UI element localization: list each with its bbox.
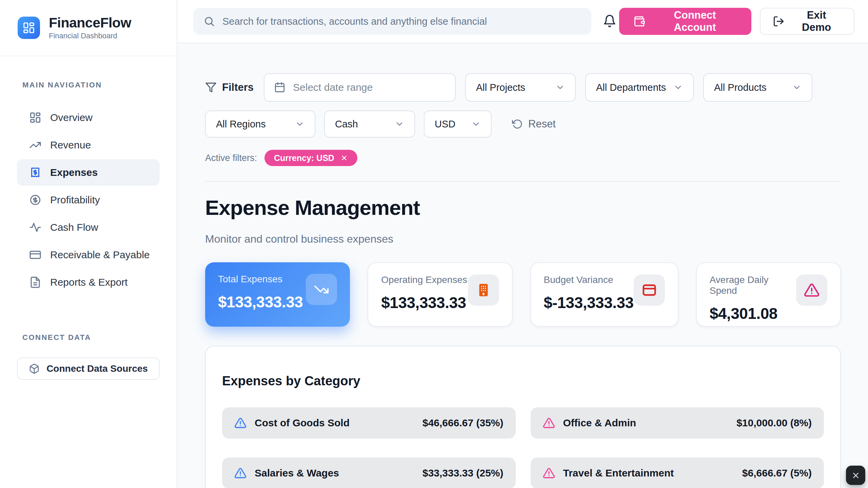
log-out-icon — [773, 15, 785, 27]
category-row-salaries-wages: Salaries & Wages $33,333.33 (25%) — [222, 458, 516, 488]
stat-label: Budget Variance — [544, 274, 634, 285]
category-value: $46,666.67 (35%) — [422, 417, 504, 429]
sidebar-item-label: Cash Flow — [50, 222, 98, 233]
close-icon — [851, 471, 860, 480]
app-root: FinanceFlow Financial Dashboard MAIN NAV… — [0, 0, 868, 488]
filters-row-2: All Regions Cash USD Reset — [205, 110, 841, 138]
chevron-down-icon — [471, 119, 481, 129]
stat-value: $4,301.08 — [710, 304, 796, 323]
accounting-basis-value: Cash — [335, 119, 358, 130]
sidebar-item-receivable-payable[interactable]: Receivable & Payable — [17, 242, 160, 268]
filters-row-1: Filters Select date range All Projects A… — [205, 73, 841, 102]
category-name: Travel & Entertainment — [563, 467, 674, 479]
products-select-value: All Products — [714, 82, 767, 93]
sidebar-item-cash-flow[interactable]: Cash Flow — [17, 214, 160, 241]
chevron-down-icon — [395, 119, 404, 129]
departments-select-value: All Departments — [596, 82, 666, 93]
departments-select[interactable]: All Departments — [585, 73, 694, 102]
stat-value: $-133,333.33 — [544, 293, 634, 312]
chevron-down-icon — [555, 83, 565, 92]
date-range-placeholder: Select date range — [293, 82, 373, 93]
credit-card-icon — [642, 282, 657, 298]
app-logo — [18, 17, 40, 39]
category-value: $33,333.33 (25%) — [422, 467, 504, 479]
credit-card-icon — [29, 249, 41, 261]
stat-card-operating-expenses[interactable]: Operating Expenses $133,333.33 — [368, 262, 512, 327]
stat-label: Total Expenses — [218, 274, 303, 285]
stat-card-text: Operating Expenses $133,333.33 — [381, 274, 467, 314]
date-range-input[interactable]: Select date range — [264, 73, 456, 102]
accounting-basis-select[interactable]: Cash — [324, 110, 415, 138]
products-select[interactable]: All Products — [703, 73, 812, 102]
category-value: $6,666.67 (5%) — [742, 467, 812, 479]
reset-filters-button[interactable]: Reset — [510, 118, 558, 130]
funnel-icon — [205, 82, 217, 93]
regions-select-value: All Regions — [216, 119, 266, 130]
category-name: Salaries & Wages — [255, 467, 339, 479]
regions-select[interactable]: All Regions — [205, 110, 315, 138]
sidebar-item-overview[interactable]: Overview — [17, 104, 160, 131]
section-divider — [205, 181, 841, 182]
currency-select[interactable]: USD — [424, 110, 492, 138]
stat-card-total-expenses[interactable]: Total Expenses $133,333.33 — [205, 262, 350, 327]
main-area: Connect Account Exit Demo Filters — [177, 0, 868, 488]
notifications-button[interactable] — [600, 12, 619, 32]
search-icon — [203, 16, 215, 27]
trending-up-icon — [29, 139, 41, 151]
filters-label-text: Filters — [222, 81, 254, 94]
page-title: Expense Management — [205, 197, 841, 219]
alert-triangle-icon — [234, 417, 246, 429]
exit-demo-button[interactable]: Exit Demo — [760, 8, 854, 35]
filters-label: Filters — [205, 81, 254, 94]
sidebar-item-label: Receivable & Payable — [50, 249, 150, 261]
wallet-icon — [633, 15, 645, 27]
app-name: FinanceFlow — [49, 15, 131, 30]
sidebar-item-label: Revenue — [50, 139, 91, 151]
stats-grid: Total Expenses $133,333.33 Operating Exp… — [205, 262, 841, 327]
projects-select[interactable]: All Projects — [465, 73, 576, 102]
stat-value: $133,333.33 — [218, 293, 303, 311]
exit-demo-label: Exit Demo — [791, 9, 842, 34]
content: Filters Select date range All Projects A… — [177, 43, 868, 488]
close-icon[interactable] — [340, 154, 348, 162]
stat-icon-box — [306, 274, 337, 305]
connect-account-button[interactable]: Connect Account — [619, 8, 751, 35]
chevron-down-icon — [792, 83, 802, 92]
activity-icon — [29, 221, 41, 233]
active-filters-label: Active filters: — [205, 153, 257, 163]
sidebar-item-profitability[interactable]: Profitability — [17, 187, 160, 213]
top-bar: Connect Account Exit Demo — [177, 0, 868, 43]
receipt-icon — [29, 166, 41, 179]
sidebar: FinanceFlow Financial Dashboard MAIN NAV… — [0, 0, 177, 488]
sidebar-item-reports-export[interactable]: Reports & Export — [17, 269, 160, 296]
sidebar-item-label: Profitability — [50, 194, 100, 206]
connect-data-sources-button[interactable]: Connect Data Sources — [17, 358, 160, 380]
floating-close-button[interactable] — [846, 466, 865, 485]
stat-card-budget-variance[interactable]: Budget Variance $-133,333.33 — [530, 262, 678, 327]
sidebar-header: FinanceFlow Financial Dashboard — [0, 0, 177, 56]
nav-section-title: MAIN NAVIGATION — [0, 81, 177, 89]
search-box[interactable] — [193, 8, 591, 35]
dollar-circle-icon — [29, 194, 41, 206]
stat-card-text: Budget Variance $-133,333.33 — [544, 274, 634, 314]
sidebar-item-revenue[interactable]: Revenue — [17, 132, 160, 158]
chevron-down-icon — [295, 119, 304, 129]
stat-label: Average Daily Spend — [710, 274, 796, 296]
expenses-by-category-panel: Expenses by Category Cost of Goods Sold … — [205, 346, 841, 488]
sidebar-item-label: Overview — [50, 112, 93, 123]
trending-down-icon — [314, 282, 329, 297]
sidebar-item-expenses[interactable]: Expenses — [17, 159, 160, 186]
building-icon — [476, 282, 491, 298]
search-input[interactable] — [222, 16, 581, 27]
app-tagline: Financial Dashboard — [49, 32, 131, 40]
alert-triangle-icon — [543, 467, 555, 479]
category-row-cost-of-goods-sold: Cost of Goods Sold $46,666.67 (35%) — [222, 407, 516, 439]
panel-title: Expenses by Category — [222, 374, 824, 388]
bell-icon — [603, 14, 616, 28]
stat-card-text: Total Expenses $133,333.33 — [218, 274, 303, 315]
active-filters-row: Active filters: Currency: USD — [205, 150, 841, 166]
active-filter-chip-currency[interactable]: Currency: USD — [264, 150, 357, 166]
stat-card-average-daily-spend[interactable]: Average Daily Spend $4,301.08 — [696, 262, 841, 327]
page-subtitle: Monitor and control business expenses — [205, 233, 841, 245]
layout-grid-icon — [22, 21, 35, 34]
